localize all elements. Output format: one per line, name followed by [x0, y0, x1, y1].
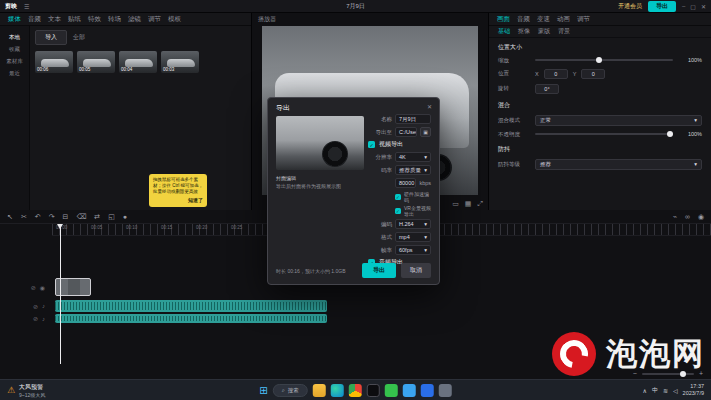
tab-picture[interactable]: 画面: [497, 15, 510, 24]
resolution-dropdown[interactable]: 4K ▾: [395, 152, 431, 162]
scale-slider[interactable]: [535, 59, 673, 61]
start-button[interactable]: ⊞: [259, 385, 267, 396]
format-dropdown[interactable]: mp4 ▾: [395, 232, 431, 242]
media-thumbnail[interactable]: 00:04: [119, 51, 157, 73]
ime-indicator[interactable]: 中: [652, 386, 658, 395]
media-thumbnail[interactable]: 00:05: [77, 51, 115, 73]
audio-clip[interactable]: [55, 314, 327, 323]
split-icon[interactable]: ⊟: [63, 213, 69, 221]
taskbar-icon-wechat[interactable]: [385, 384, 398, 397]
sidebar-item-favorites[interactable]: 收藏: [9, 46, 20, 53]
pos-x-input[interactable]: 0: [544, 69, 568, 79]
subtab-background[interactable]: 背景: [558, 27, 570, 36]
crop-icon[interactable]: ◱: [108, 213, 115, 221]
mute-icon[interactable]: ♪: [42, 316, 45, 322]
tab-effect[interactable]: 特效: [88, 15, 101, 24]
taskbar-clock[interactable]: 17:37 2023/7/9: [683, 383, 704, 397]
mute-icon[interactable]: ♪: [42, 303, 45, 309]
tab-filter[interactable]: 滤镜: [128, 15, 141, 24]
vip-link[interactable]: 开通会员: [618, 2, 642, 11]
dialog-cancel-button[interactable]: 取消: [401, 263, 431, 278]
tab-animation[interactable]: 动画: [557, 15, 570, 24]
stabilize-dropdown[interactable]: 推荐 ▾: [535, 159, 702, 170]
taskbar-icon-capcut[interactable]: [367, 384, 380, 397]
media-thumbnail[interactable]: 00:06: [35, 51, 73, 73]
lock-icon[interactable]: ⊘: [33, 315, 38, 322]
path-input[interactable]: C:/Users/pc/Videos/7月9日: [395, 127, 417, 137]
subtab-basic[interactable]: 基础: [498, 27, 510, 36]
hw-accel-checkbox[interactable]: ✓: [395, 194, 401, 200]
cursor-icon[interactable]: ↖: [7, 213, 13, 221]
project-title[interactable]: 7月9日: [346, 2, 365, 11]
tab-speed[interactable]: 变速: [537, 15, 550, 24]
grid-icon[interactable]: ▦: [465, 200, 472, 208]
close-icon[interactable]: ✕: [427, 103, 432, 110]
taskbar-icon-chrome[interactable]: [349, 384, 362, 397]
filter-all[interactable]: 全部: [73, 33, 85, 42]
opacity-slider[interactable]: [535, 133, 673, 135]
bitrate-dropdown[interactable]: 推荐质量 ▾: [395, 165, 431, 175]
weather-widget[interactable]: ⚠ 大风预警 9~12级大风: [7, 383, 167, 398]
taskbar-icon-qq[interactable]: [403, 384, 416, 397]
fullscreen-icon[interactable]: ⤢: [477, 200, 483, 208]
redo-icon[interactable]: ↷: [49, 213, 55, 221]
playhead[interactable]: [60, 224, 61, 364]
subtab-cutout[interactable]: 抠像: [518, 27, 530, 36]
taskbar-icon-file-explorer[interactable]: [313, 384, 326, 397]
tab-transition[interactable]: 转场: [108, 15, 121, 24]
ratio-icon[interactable]: ▭: [452, 200, 459, 208]
tab-template[interactable]: 模板: [168, 15, 181, 24]
tab-text[interactable]: 文本: [48, 15, 61, 24]
volume-icon[interactable]: ◁: [673, 387, 678, 394]
taskbar-icon-settings[interactable]: [439, 384, 452, 397]
import-button[interactable]: 导入: [35, 30, 67, 45]
preview-axis-icon[interactable]: ◉: [698, 213, 704, 221]
bitrate-number-input[interactable]: 80000: [395, 178, 416, 188]
subtab-mask[interactable]: 蒙版: [538, 27, 550, 36]
blend-mode-dropdown[interactable]: 正常 ▾: [535, 115, 702, 126]
taskbar-search[interactable]: ⌕ 搜索: [273, 384, 308, 397]
delete-icon[interactable]: ⌫: [76, 213, 86, 221]
folder-icon[interactable]: ▣: [420, 127, 431, 137]
media-thumbnail[interactable]: 00:03: [161, 51, 199, 73]
tab-sticker[interactable]: 贴纸: [68, 15, 81, 24]
blade-icon[interactable]: ✂: [21, 213, 27, 221]
minimize-icon[interactable]: –: [682, 3, 685, 10]
record-icon[interactable]: ●: [123, 213, 127, 220]
vr-checkbox[interactable]: ✓: [395, 208, 401, 214]
export-button[interactable]: 导出: [648, 1, 676, 12]
tab-adjust-props[interactable]: 调节: [577, 15, 590, 24]
snap-icon[interactable]: ⌁: [673, 213, 677, 221]
mirror-icon[interactable]: ⇄: [94, 213, 100, 221]
tab-audio-props[interactable]: 音频: [517, 15, 530, 24]
tooltip-dismiss-button[interactable]: 知道了: [153, 197, 203, 204]
audio-clip[interactable]: [55, 300, 327, 312]
cover-thumbnail[interactable]: [276, 116, 364, 170]
tray-chevron-icon[interactable]: ∧: [643, 387, 647, 394]
sidebar-item-recent[interactable]: 最近: [9, 70, 20, 77]
undo-icon[interactable]: ↶: [35, 213, 41, 221]
menu-icon[interactable]: ☰: [24, 3, 29, 10]
tab-adjust[interactable]: 调节: [148, 15, 161, 24]
eye-icon[interactable]: ◉: [40, 284, 45, 291]
taskbar-icon-store[interactable]: [421, 384, 434, 397]
sidebar-item-library[interactable]: 素材库: [6, 58, 23, 65]
tab-media[interactable]: 媒体: [8, 15, 21, 24]
maximize-icon[interactable]: ▢: [690, 3, 696, 10]
cover-edit-label[interactable]: 封面编辑: [276, 174, 364, 182]
codec-dropdown[interactable]: H.264 ▾: [395, 219, 431, 229]
video-export-checkbox[interactable]: ✓: [368, 141, 375, 148]
fps-dropdown[interactable]: 60fps ▾: [395, 245, 431, 255]
pos-y-input[interactable]: 0: [581, 69, 605, 79]
sidebar-item-local[interactable]: 本地: [9, 34, 20, 41]
network-icon[interactable]: ≋: [663, 387, 668, 394]
lock-icon[interactable]: ⊘: [33, 303, 38, 310]
rotate-input[interactable]: 0°: [535, 84, 559, 94]
name-input[interactable]: 7月9日: [395, 114, 431, 124]
link-icon[interactable]: ∞: [685, 213, 690, 221]
lock-icon[interactable]: ⊘: [31, 284, 36, 291]
taskbar-icon-edge[interactable]: [331, 384, 344, 397]
close-icon[interactable]: ✕: [701, 3, 706, 10]
dialog-export-button[interactable]: 导出: [362, 263, 396, 278]
tab-audio[interactable]: 音频: [28, 15, 41, 24]
